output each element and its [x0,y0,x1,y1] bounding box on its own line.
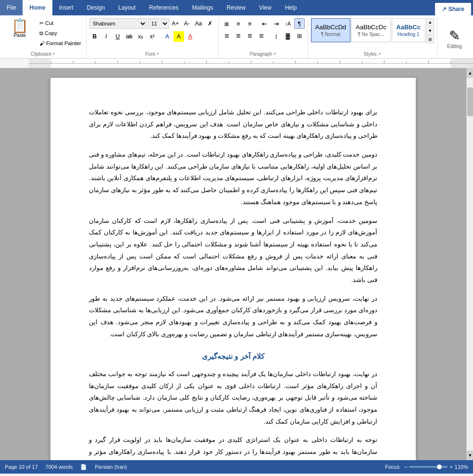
increase-font-button[interactable]: A+ [170,18,181,29]
line-spacing-button[interactable]: ↕ [271,31,282,41]
font-color-button[interactable]: A [185,31,196,42]
page-info: Page 10 of 17 [5,464,38,470]
format-painter-icon: 🖌 [39,40,45,46]
tab-home[interactable]: Home [23,0,52,15]
document-page-area[interactable]: برای بهبود ارتباطات داخلی طراحی می‌کنند.… [0,68,466,460]
align-center-button[interactable]: ≡ [233,31,244,41]
ruler-marks [29,59,473,68]
zoom-level[interactable]: 110% [455,464,468,470]
styles-group: AaBbCcDd ¶ Normal AaBbCcDc ¶ No Spac... … [308,17,437,58]
zoom-out-icon[interactable]: − [404,464,407,470]
styles-scroll-down[interactable]: ▼ [426,27,434,35]
cut-icon: ✂ [39,20,44,26]
font-label: Font [145,51,155,57]
editing-icon: ✎ [449,28,460,44]
conclusion-paragraph-1: در نهایت، بهبود ارتباطات داخلی سازمان‌ها… [89,368,377,427]
font-group: Shabnam 11 A+ A- Aa ✗ B I U ab x₂ x² A A [87,17,219,58]
shading-button[interactable]: ▓ [283,31,293,41]
copy-icon: ⧉ [39,30,43,37]
decrease-indent-button[interactable]: ⇤ [260,18,270,29]
tab-file[interactable]: File [0,0,23,15]
superscript-button[interactable]: x² [147,31,158,42]
document-page[interactable]: برای بهبود ارتباطات داخلی طراحی می‌کنند.… [50,78,416,460]
share-icon: ↗ [442,6,447,12]
word-count: 7004 words [46,464,73,470]
styles-scroll-up[interactable]: ▲ [426,18,434,26]
text-effects-button[interactable]: A [162,31,173,42]
style-normal[interactable]: AaBbCcDd ¶ Normal [311,18,350,42]
decrease-font-button[interactable]: A- [182,18,192,29]
zoom-thumb[interactable] [437,464,442,469]
conclusion-paragraph-2: توجه به ارتباطات داخلی به عنوان یک استرا… [89,434,377,460]
paragraph-3: سومین خدمت، آموزش و پشتیبانی فنی است. پس… [89,215,377,286]
style-heading1[interactable]: AaBbCc Heading 1 [392,18,425,42]
subscript-button[interactable]: x₂ [136,31,146,42]
copy-button[interactable]: ⧉ Copy [37,28,83,38]
zoom-in-icon[interactable]: + [449,464,452,470]
scroll-up-button[interactable]: ▲ [467,68,473,78]
editing-section: ✎ Editing [440,26,469,51]
tab-view[interactable]: View [252,0,278,15]
paragraph-group: ≣ ≡ ≡ ⇤ ⇥ ↕A ¶ ≡ ≡ ≡ ≡ ↕ ▓ ⊞ Paragraph [219,17,308,58]
show-hide-button[interactable]: ¶ [294,18,305,29]
font-size-select[interactable]: 11 [148,18,169,29]
conclusion-heading: کلام آخر و نتیجه‌گیری [89,350,377,364]
change-case-button[interactable]: Aa [193,18,204,29]
clipboard-group: 📋 Paste ✂ Cut ⧉ Copy 🖌 Format Painter [0,17,87,58]
paragraph-expand-icon[interactable]: ↗ [273,52,276,56]
scroll-down-button[interactable]: ▼ [467,451,473,460]
cut-button[interactable]: ✂ Cut [37,18,83,28]
paragraph-1: برای بهبود ارتباطات داخلی طراحی می‌کنند.… [89,107,377,142]
tab-layout[interactable]: Layout [112,0,142,15]
italic-button[interactable]: I [101,31,112,42]
multilevel-button[interactable]: ≡ [245,18,255,29]
strikethrough-button[interactable]: ab [124,31,135,42]
justify-button[interactable]: ≡ [256,31,267,41]
styles-expand-icon[interactable]: ↗ [378,52,381,56]
language-label: Persian (Iran) [95,464,127,470]
tab-design[interactable]: Design [80,0,112,15]
ruler [0,59,473,68]
status-bar: Page 10 of 17 7004 words 📄 Persian (Iran… [0,460,473,474]
document-container: برای بهبود ارتباطات داخلی طراحی می‌کنند.… [0,68,473,460]
font-expand-icon[interactable]: ↗ [156,52,159,56]
bold-button[interactable]: B [89,31,100,42]
text-highlight-button[interactable]: A [174,31,184,42]
underline-button[interactable]: U [112,31,123,42]
format-painter-button[interactable]: 🖌 Format Painter [37,38,83,48]
clipboard-expand-icon[interactable]: ↗ [52,52,55,56]
share-button[interactable]: ↗ Share [435,3,471,15]
tab-bar: File Home Insert Design Layout Reference… [0,0,473,15]
editing-group: ✎ Editing [437,17,472,58]
paragraph-label: Paragraph [249,51,272,57]
paste-button[interactable]: 📋 Paste [10,18,30,39]
tab-mailings[interactable]: Mailings [185,0,220,15]
font-name-select[interactable]: Shabnam [89,18,147,29]
paragraph-2: دومین خدمت کلیدی، طراحی و پیاده‌سازی راه… [89,149,377,208]
numbering-button[interactable]: ≡ [233,18,244,29]
bullets-button[interactable]: ≣ [222,18,232,29]
align-right-button[interactable]: ≡ [245,31,255,41]
align-left-button[interactable]: ≡ [222,31,232,41]
tab-insert[interactable]: Insert [52,0,80,15]
zoom-track[interactable] [409,466,448,468]
clear-format-button[interactable]: ✗ [205,18,215,29]
styles-expand[interactable]: ⊞ [426,36,434,43]
ribbon: 📋 Paste ✂ Cut ⧉ Copy 🖌 Format Painter [0,15,473,59]
zoom-bar: − + 110% [404,464,468,470]
language-icon: 📄 [80,464,87,470]
paragraph-4: در نهایت، سرویس ارزیابی و بهبود مستمر نی… [89,293,377,341]
tab-help[interactable]: Help [278,0,304,15]
sort-button[interactable]: ↕A [283,18,293,29]
scroll-thumb[interactable] [467,87,473,116]
focus-button[interactable]: Focus [385,464,399,470]
tab-review[interactable]: Review [220,0,252,15]
increase-indent-button[interactable]: ⇥ [271,18,282,29]
vertical-scrollbar[interactable]: ▲ ▼ [466,68,473,460]
tab-references[interactable]: References [142,0,185,15]
borders-button[interactable]: ⊞ [294,31,305,41]
style-no-spacing[interactable]: AaBbCcDc ¶ No Spac... [351,18,391,42]
paste-icon: 📋 [12,19,28,33]
styles-label: Styles [364,51,377,57]
editing-label: Editing [447,44,462,49]
